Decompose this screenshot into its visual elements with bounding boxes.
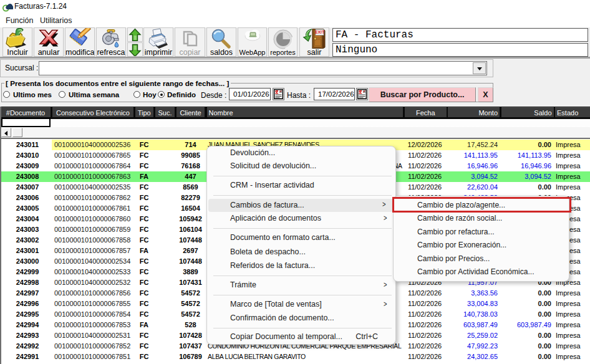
svg-text:EXIT: EXIT (315, 30, 325, 34)
